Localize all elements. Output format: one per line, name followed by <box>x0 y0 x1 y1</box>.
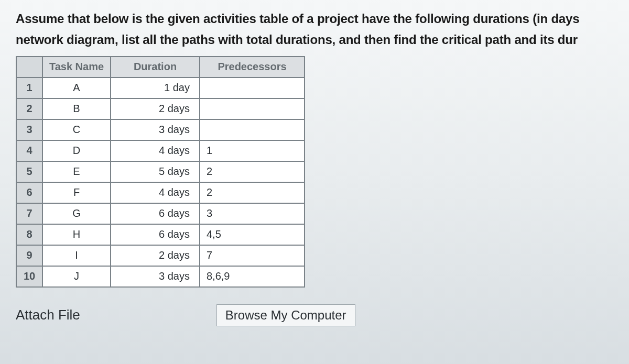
row-predecessors: 8,6,9 <box>200 266 305 287</box>
row-task: G <box>42 203 111 224</box>
row-predecessors <box>200 98 305 119</box>
row-duration: 4 days <box>111 140 200 161</box>
table-row: 5 E 5 days 2 <box>16 161 305 182</box>
table-row: 7 G 6 days 3 <box>16 203 305 224</box>
row-task: F <box>42 182 111 203</box>
row-predecessors: 7 <box>200 245 305 266</box>
row-predecessors: 1 <box>200 140 305 161</box>
row-duration: 2 days <box>111 245 200 266</box>
row-id: 8 <box>16 224 42 245</box>
attach-file-row: Attach File Browse My Computer <box>16 304 629 326</box>
row-duration: 6 days <box>111 224 200 245</box>
browse-my-computer-button[interactable]: Browse My Computer <box>216 304 355 326</box>
row-id: 4 <box>16 140 42 161</box>
row-id: 10 <box>16 266 42 287</box>
row-id: 9 <box>16 245 42 266</box>
row-duration: 3 days <box>111 266 200 287</box>
activities-table: Task Name Duration Predecessors 1 A 1 da… <box>16 56 305 288</box>
row-id: 3 <box>16 119 42 140</box>
row-task: B <box>42 98 111 119</box>
table-row: 4 D 4 days 1 <box>16 140 305 161</box>
row-duration: 6 days <box>111 203 200 224</box>
table-row: 1 A 1 day <box>16 78 305 98</box>
header-corner <box>16 57 42 78</box>
table-row: 8 H 6 days 4,5 <box>16 224 305 245</box>
header-task: Task Name <box>42 57 111 78</box>
row-id: 5 <box>16 161 42 182</box>
question-text-line2: network diagram, list all the paths with… <box>16 31 629 48</box>
row-task: C <box>42 119 111 140</box>
row-predecessors: 2 <box>200 161 305 182</box>
row-task: E <box>42 161 111 182</box>
attach-file-label: Attach File <box>16 307 80 323</box>
row-id: 2 <box>16 98 42 119</box>
row-task: I <box>42 245 111 266</box>
header-predecessors: Predecessors <box>200 57 305 78</box>
question-text-line1: Assume that below is the given activitie… <box>16 10 629 27</box>
row-id: 7 <box>16 203 42 224</box>
row-duration: 4 days <box>111 182 200 203</box>
row-task: D <box>42 140 111 161</box>
row-duration: 1 day <box>111 78 200 98</box>
row-predecessors <box>200 119 305 140</box>
row-id: 1 <box>16 78 42 98</box>
header-duration: Duration <box>111 57 200 78</box>
row-task: H <box>42 224 111 245</box>
table-header-row: Task Name Duration Predecessors <box>16 57 305 78</box>
row-task: J <box>42 266 111 287</box>
activities-table-wrapper: Task Name Duration Predecessors 1 A 1 da… <box>16 56 305 288</box>
table-row: 9 I 2 days 7 <box>16 245 305 266</box>
table-row: 3 C 3 days <box>16 119 305 140</box>
row-task: A <box>42 78 111 98</box>
table-row: 10 J 3 days 8,6,9 <box>16 266 305 287</box>
row-predecessors: 2 <box>200 182 305 203</box>
row-predecessors: 4,5 <box>200 224 305 245</box>
row-predecessors: 3 <box>200 203 305 224</box>
table-row: 2 B 2 days <box>16 98 305 119</box>
table-row: 6 F 4 days 2 <box>16 182 305 203</box>
row-duration: 5 days <box>111 161 200 182</box>
row-duration: 3 days <box>111 119 200 140</box>
row-duration: 2 days <box>111 98 200 119</box>
row-predecessors <box>200 78 305 98</box>
row-id: 6 <box>16 182 42 203</box>
